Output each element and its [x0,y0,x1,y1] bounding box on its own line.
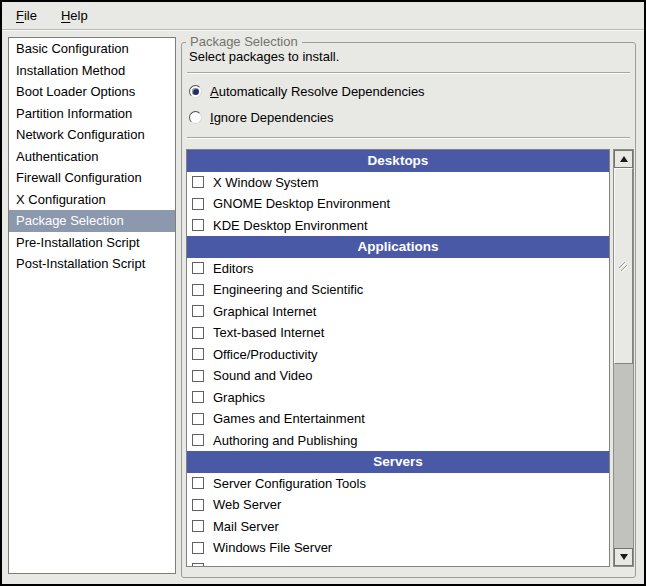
checkbox-unchecked-icon[interactable] [192,413,204,425]
checkbox-unchecked-icon[interactable] [192,391,204,403]
checkbox-unchecked-icon[interactable] [192,284,204,296]
package-group-row[interactable]: Graphical Internet [187,301,609,323]
package-group-row[interactable] [187,559,609,568]
sidebar-item[interactable]: Boot Loader Options [9,81,175,103]
package-category-header: Applications [187,236,609,258]
package-selection-panel: Package Selection Select packages to ins… [181,42,636,578]
package-group-label[interactable]: GNOME Desktop Environment [213,196,390,211]
package-group-row[interactable]: Web Server [187,494,609,516]
radio-button-icon[interactable] [189,85,202,98]
package-group-list: Desktops X Window System GNOME Desktop E… [186,149,610,567]
checkbox-unchecked-icon[interactable] [192,176,204,188]
scrollbar-track[interactable] [614,168,633,548]
checkbox-unchecked-icon[interactable] [192,542,204,554]
arrow-up-icon [620,156,628,162]
package-group-row[interactable]: Server Configuration Tools [187,473,609,495]
checkbox-unchecked-icon[interactable] [192,370,204,382]
menu-help[interactable]: Help [55,5,94,26]
menu-file[interactable]: File [10,5,43,26]
sidebar-item[interactable]: Installation Method [9,60,175,82]
radio-label[interactable]: Automatically Resolve Dependencies [210,84,425,99]
package-group-row[interactable]: Mail Server [187,516,609,538]
package-list-scrollbar[interactable] [613,149,634,567]
package-group-label[interactable]: Sound and Video [213,368,313,383]
separator [187,137,630,139]
package-group-row[interactable]: Sound and Video [187,365,609,387]
dependency-radio-option[interactable]: Ignore Dependencies [189,108,425,127]
dependency-options: Automatically Resolve Dependencies Ignor… [189,82,425,127]
radio-label[interactable]: Ignore Dependencies [210,110,334,125]
sidebar-item[interactable]: Basic Configuration [9,38,175,60]
package-category-header: Desktops [187,150,609,172]
sidebar-item[interactable]: X Configuration [9,189,175,211]
checkbox-unchecked-icon[interactable] [192,348,204,360]
package-group-label[interactable]: Windows File Server [213,540,332,555]
checkbox-unchecked-icon[interactable] [192,219,204,231]
package-group-label[interactable]: Server Configuration Tools [213,476,366,491]
package-group-label[interactable]: Authoring and Publishing [213,433,358,448]
scroll-down-button[interactable] [614,548,633,566]
checkbox-unchecked-icon[interactable] [192,434,204,446]
package-group-row[interactable]: Engineering and Scientific [187,279,609,301]
sidebar-item[interactable]: Pre-Installation Script [9,232,175,254]
scrollbar-thumb[interactable] [614,168,633,364]
arrow-down-icon [620,554,628,560]
panel-title: Package Selection [186,34,302,49]
package-group-label[interactable]: Games and Entertainment [213,411,365,426]
package-group-label[interactable]: KDE Desktop Environment [213,218,368,233]
package-group-row[interactable]: Text-based Internet [187,322,609,344]
menu-bar: File Help [2,2,644,30]
checkbox-unchecked-icon[interactable] [192,520,204,532]
dependency-radio-option[interactable]: Automatically Resolve Dependencies [189,82,425,101]
package-group-label[interactable]: Mail Server [213,519,279,534]
checkbox-unchecked-icon[interactable] [192,563,204,567]
package-group-row[interactable]: Office/Productivity [187,344,609,366]
package-group-row[interactable]: KDE Desktop Environment [187,215,609,237]
package-category-header: Servers [187,451,609,473]
sidebar-item[interactable]: Authentication [9,146,175,168]
package-group-label[interactable]: Web Server [213,497,281,512]
configuration-section-list: Basic ConfigurationInstallation MethodBo… [8,37,176,574]
package-group-row[interactable]: X Window System [187,172,609,194]
package-group-label[interactable]: Graphical Internet [213,304,316,319]
package-group-label[interactable]: X Window System [213,175,318,190]
checkbox-unchecked-icon[interactable] [192,198,204,210]
radio-button-icon[interactable] [189,111,202,124]
scroll-up-button[interactable] [614,150,633,168]
package-group-row[interactable]: Games and Entertainment [187,408,609,430]
package-group-label[interactable]: Editors [213,261,253,276]
package-group-label[interactable]: Engineering and Scientific [213,282,363,297]
checkbox-unchecked-icon[interactable] [192,327,204,339]
package-group-label[interactable]: Office/Productivity [213,347,318,362]
checkbox-unchecked-icon[interactable] [192,499,204,511]
checkbox-unchecked-icon[interactable] [192,262,204,274]
instruction-text: Select packages to install. [189,49,339,64]
checkbox-unchecked-icon[interactable] [192,477,204,489]
separator [187,72,630,74]
sidebar-item[interactable]: Package Selection [9,210,175,232]
package-group-row[interactable]: Windows File Server [187,537,609,559]
package-group-row[interactable]: Graphics [187,387,609,409]
package-group-label[interactable]: Graphics [213,390,265,405]
sidebar-item[interactable]: Post-Installation Script [9,253,175,275]
package-group-row[interactable]: GNOME Desktop Environment [187,193,609,215]
package-group-label[interactable]: Text-based Internet [213,325,324,340]
scrollbar-thumb-grip-icon [618,261,629,272]
sidebar-item[interactable]: Partition Information [9,103,175,125]
kickstart-configurator-window: File Help Basic ConfigurationInstallatio… [0,0,646,586]
sidebar-item[interactable]: Firewall Configuration [9,167,175,189]
checkbox-unchecked-icon[interactable] [192,305,204,317]
sidebar-item[interactable]: Network Configuration [9,124,175,146]
package-group-row[interactable]: Authoring and Publishing [187,430,609,452]
package-group-row[interactable]: Editors [187,258,609,280]
